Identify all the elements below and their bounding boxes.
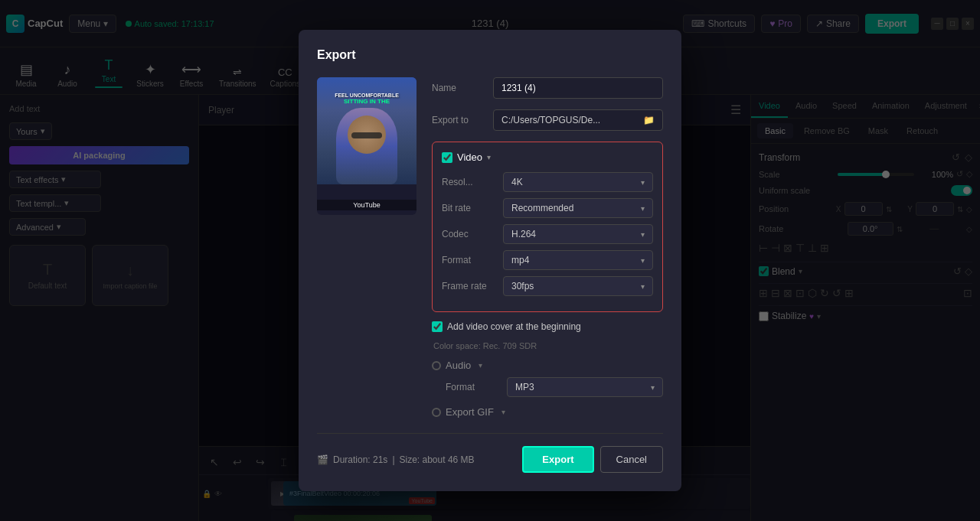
gif-title: Export GIF	[446, 406, 494, 418]
preview-uncomfortable-text: FEEL UNCOMFORTABLE	[320, 93, 413, 98]
framerate-label: Frame rate	[442, 281, 503, 291]
bitrate-caret-icon: ▾	[641, 204, 645, 213]
format-label: Format	[442, 255, 503, 265]
modal-overlay: Export ✎ Edit cover FEEL UNCOMFORTABLE S…	[0, 0, 980, 521]
bitrate-value: Recommended	[511, 203, 573, 213]
footer-info: 🎬 Duration: 21s | Size: about 46 MB	[317, 454, 475, 465]
codec-row: Codec H.264 ▾	[442, 224, 653, 244]
export-modal: Export ✎ Edit cover FEEL UNCOMFORTABLE S…	[299, 30, 681, 491]
bitrate-label: Bit rate	[442, 203, 503, 213]
audio-format-select[interactable]: MP3 ▾	[507, 377, 663, 397]
bitrate-select[interactable]: Recommended ▾	[503, 198, 653, 218]
audio-title: Audio	[446, 360, 471, 371]
framerate-row: Frame rate 30fps ▾	[442, 276, 653, 296]
framerate-select[interactable]: 30fps ▾	[503, 276, 653, 296]
video-checkbox[interactable]	[442, 152, 452, 163]
resolution-caret-icon: ▾	[641, 178, 645, 187]
format-select[interactable]: mp4 ▾	[503, 250, 653, 270]
export-path-text: C:/Users/TOPGUS/De...	[501, 115, 639, 125]
format-caret-icon: ▾	[641, 256, 645, 265]
size-text: Size: about 46 MB	[400, 454, 475, 465]
name-row: Name	[432, 77, 663, 99]
youtube-label: YouTube	[317, 200, 416, 210]
folder-icon[interactable]: 📁	[643, 115, 655, 125]
codec-caret-icon: ▾	[641, 230, 645, 239]
video-settings-box: Video ▾ Resol... 4K ▾ Bit rate Recommen	[432, 142, 663, 312]
codec-select[interactable]: H.264 ▾	[503, 224, 653, 244]
export-to-label: Export to	[432, 115, 493, 125]
export-to-field: C:/Users/TOPGUS/De... 📁	[493, 109, 663, 131]
gif-caret-icon[interactable]: ▾	[501, 408, 505, 416]
audio-radio[interactable]	[432, 361, 441, 370]
audio-format-caret-icon: ▾	[651, 383, 655, 392]
resolution-label: Resol...	[442, 177, 503, 187]
preview-text-overlay: FEEL UNCOMFORTABLE SITTING IN THE	[320, 93, 413, 105]
modal-form: Name Export to C:/Users/TOPGUS/De... 📁 V…	[432, 77, 663, 418]
preview-image: FEEL UNCOMFORTABLE SITTING IN THE	[317, 77, 416, 184]
audio-caret-icon[interactable]: ▾	[479, 361, 482, 370]
framerate-value: 30fps	[511, 281, 534, 291]
gif-radio[interactable]	[432, 408, 441, 417]
export-to-row: Export to C:/Users/TOPGUS/De... 📁	[432, 109, 663, 131]
codec-label: Codec	[442, 229, 503, 239]
add-cover-checkbox[interactable]	[432, 321, 443, 332]
audio-format-label: Format	[446, 382, 507, 392]
audio-section: Audio ▾ Format MP3 ▾	[432, 360, 663, 397]
film-icon: 🎬	[317, 454, 328, 465]
modal-title: Export	[317, 48, 663, 62]
add-cover-row: Add video cover at the beginning	[432, 321, 663, 332]
audio-format-value: MP3	[515, 382, 534, 392]
preview-person	[336, 108, 397, 184]
preview-sitting-text: SITTING IN THE	[320, 98, 413, 105]
bitrate-row: Bit rate Recommended ▾	[442, 198, 653, 218]
name-input[interactable]	[493, 77, 663, 99]
duration-text: Duration: 21s	[333, 454, 387, 465]
gif-section: Export GIF ▾	[432, 406, 663, 418]
export-modal-button[interactable]: Export	[522, 446, 593, 473]
framerate-caret-icon: ▾	[641, 282, 645, 291]
video-settings-header: Video ▾	[442, 151, 653, 163]
codec-value: H.264	[511, 229, 536, 239]
audio-format-row: Format MP3 ▾	[432, 377, 663, 397]
add-cover-label: Add video cover at the beginning	[447, 321, 581, 332]
audio-header: Audio ▾	[432, 360, 663, 371]
separator-text: |	[392, 454, 394, 465]
video-preview: ✎ Edit cover FEEL UNCOMFORTABLE SITTING …	[317, 77, 416, 215]
name-label: Name	[432, 83, 493, 93]
resolution-select[interactable]: 4K ▾	[503, 172, 653, 192]
resolution-row: Resol... 4K ▾	[442, 172, 653, 192]
modal-body: ✎ Edit cover FEEL UNCOMFORTABLE SITTING …	[317, 77, 663, 418]
format-value: mp4	[511, 255, 529, 265]
video-section-title: Video	[457, 151, 482, 163]
format-row: Format mp4 ▾	[442, 250, 653, 270]
footer-actions: Export Cancel	[522, 446, 663, 473]
cancel-button[interactable]: Cancel	[600, 446, 663, 473]
video-caret-icon[interactable]: ▾	[487, 153, 491, 161]
modal-footer: 🎬 Duration: 21s | Size: about 46 MB Expo…	[317, 433, 663, 473]
resolution-value: 4K	[511, 177, 523, 187]
color-space-row: Color space: Rec. 709 SDR	[432, 341, 663, 350]
